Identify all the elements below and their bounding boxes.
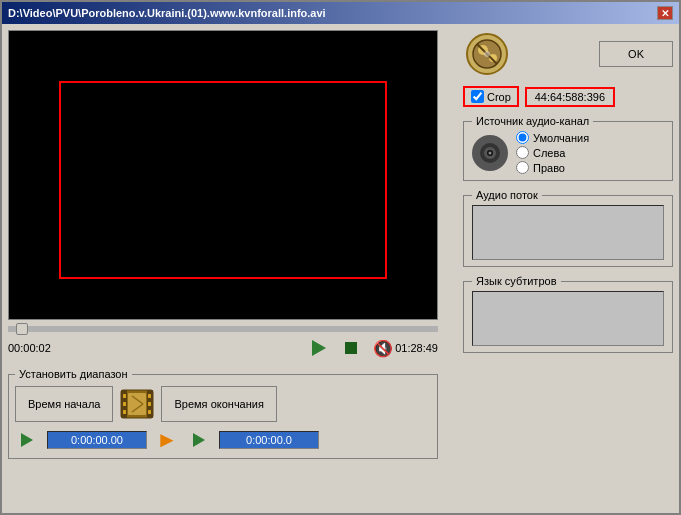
main-window: D:\Video\PVU\Porobleno.v.Ukraini.(01).ww… bbox=[0, 0, 681, 515]
video-preview bbox=[8, 30, 438, 320]
stop-button[interactable] bbox=[339, 336, 363, 360]
svg-rect-5 bbox=[123, 410, 126, 414]
range-group-label: Установить диапазон bbox=[15, 368, 132, 380]
content-area: 00:00:02 🔇 01:28:49 Установить диапазон bbox=[2, 24, 679, 513]
audio-radio-right[interactable] bbox=[516, 161, 529, 174]
crop-checkbox-label[interactable]: Crop bbox=[463, 86, 519, 107]
range-play-end-button[interactable] bbox=[187, 428, 211, 452]
svg-rect-7 bbox=[148, 402, 151, 406]
svg-rect-4 bbox=[123, 402, 126, 406]
audio-option-default-label: Умолчания bbox=[533, 132, 589, 144]
range-buttons-row: Время начала bbox=[15, 386, 431, 422]
play-end-icon bbox=[193, 433, 205, 447]
play-start-icon bbox=[21, 433, 33, 447]
audio-radio-group: Умолчания Слева Право bbox=[516, 131, 589, 174]
subtitle-group-label: Язык субтитров bbox=[472, 275, 561, 287]
start-time-input[interactable]: 0:00:00.00 bbox=[47, 431, 147, 449]
range-play-start-button[interactable] bbox=[15, 428, 39, 452]
audio-radio-left[interactable] bbox=[516, 146, 529, 159]
audio-option-left-label: Слева bbox=[533, 147, 565, 159]
audio-radio-default[interactable] bbox=[516, 131, 529, 144]
range-group: Установить диапазон Время начала bbox=[8, 368, 438, 459]
mute-icon: 🔇 bbox=[373, 339, 393, 358]
close-button[interactable]: ✕ bbox=[657, 6, 673, 20]
svg-rect-8 bbox=[148, 410, 151, 414]
end-time-button[interactable]: Время окончания bbox=[161, 386, 276, 422]
audio-content: Умолчания Слева Право bbox=[472, 131, 664, 174]
audio-group-label: Источник аудио-канал bbox=[472, 115, 593, 127]
stream-list bbox=[472, 205, 664, 260]
subtitle-list bbox=[472, 291, 664, 346]
audio-option-right[interactable]: Право bbox=[516, 161, 589, 174]
arrow-forward-icon: ► bbox=[156, 427, 178, 453]
svg-point-17 bbox=[484, 51, 490, 57]
controls-row: 🔇 bbox=[51, 336, 395, 360]
window-title: D:\Video\PVU\Porobleno.v.Ukraini.(01).ww… bbox=[8, 7, 326, 19]
arrow-forward-button[interactable]: ► bbox=[155, 428, 179, 452]
audio-option-right-label: Право bbox=[533, 162, 565, 174]
total-time: 01:28:49 bbox=[395, 342, 438, 354]
svg-rect-3 bbox=[123, 394, 126, 398]
range-time-row: 0:00:00.00 ► 0:00:00.0 bbox=[15, 428, 431, 452]
svg-rect-6 bbox=[148, 394, 151, 398]
crop-coordinates: 44:64:588:396 bbox=[525, 87, 615, 107]
right-panel: OK Crop 44:64:588:396 Источник аудио-кан… bbox=[463, 30, 673, 507]
subtitle-group: Язык субтитров bbox=[463, 275, 673, 353]
stream-group: Аудио поток bbox=[463, 189, 673, 267]
play-button[interactable] bbox=[307, 336, 331, 360]
app-logo bbox=[463, 30, 511, 78]
play-icon bbox=[312, 340, 326, 356]
speaker-icon bbox=[472, 135, 508, 171]
stream-group-label: Аудио поток bbox=[472, 189, 542, 201]
crop-checkbox[interactable] bbox=[471, 90, 484, 103]
svg-rect-9 bbox=[128, 393, 146, 415]
audio-option-default[interactable]: Умолчания bbox=[516, 131, 589, 144]
seek-bar-container bbox=[8, 326, 438, 332]
top-right-row: OK bbox=[463, 30, 673, 78]
seek-bar[interactable] bbox=[8, 326, 438, 332]
ok-button[interactable]: OK bbox=[599, 41, 673, 67]
left-panel: 00:00:02 🔇 01:28:49 Установить диапазон bbox=[8, 30, 457, 507]
svg-point-21 bbox=[489, 151, 492, 154]
current-time: 00:00:02 bbox=[8, 342, 51, 354]
audio-group: Источник аудио-канал Умолчания bbox=[463, 115, 673, 181]
start-time-button[interactable]: Время начала bbox=[15, 386, 113, 422]
audio-option-left[interactable]: Слева bbox=[516, 146, 589, 159]
end-time-input[interactable]: 0:00:00.0 bbox=[219, 431, 319, 449]
mute-button[interactable]: 🔇 bbox=[371, 336, 395, 360]
film-icon bbox=[119, 386, 155, 422]
crop-row: Crop 44:64:588:396 bbox=[463, 86, 673, 107]
time-row: 00:00:02 🔇 01:28:49 bbox=[8, 336, 438, 360]
stop-icon bbox=[345, 342, 357, 354]
crop-label: Crop bbox=[487, 91, 511, 103]
title-bar: D:\Video\PVU\Porobleno.v.Ukraini.(01).ww… bbox=[2, 2, 679, 24]
crop-overlay bbox=[59, 81, 387, 279]
